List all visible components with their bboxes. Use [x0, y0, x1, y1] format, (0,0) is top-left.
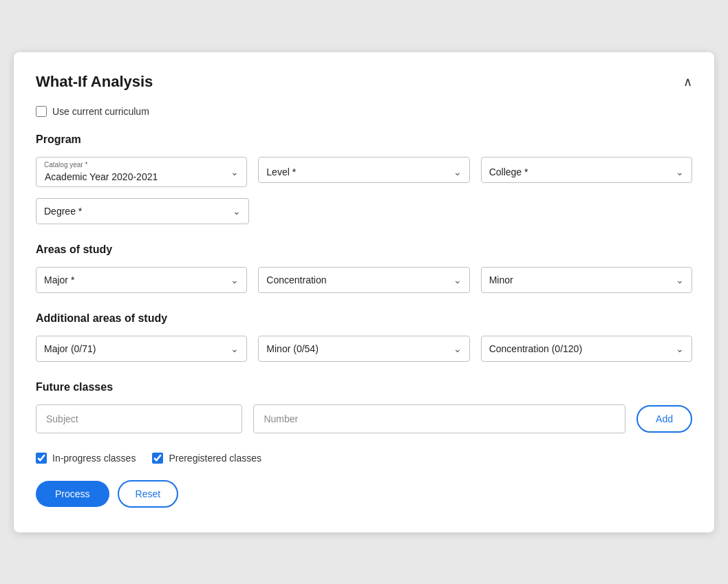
- number-input[interactable]: [253, 404, 625, 433]
- subject-input[interactable]: [36, 404, 242, 433]
- number-wrapper: [253, 404, 625, 433]
- card-header: What-If Analysis ∧: [36, 73, 692, 91]
- additional-concentration-select[interactable]: [481, 336, 692, 362]
- minor-wrapper: ⌄ Minor: [481, 267, 692, 293]
- preregistered-item: Preregistered classes: [152, 453, 261, 464]
- use-current-curriculum-row: Use current curriculum: [36, 106, 692, 117]
- additional-areas-title: Additional areas of study: [36, 312, 692, 325]
- catalog-year-wrapper: Catalog year * Academic Year 2020-2021 ⌄: [36, 157, 247, 187]
- reset-button[interactable]: Reset: [118, 480, 179, 508]
- what-if-analysis-card: What-If Analysis ∧ Use current curriculu…: [14, 52, 714, 532]
- degree-select[interactable]: [36, 198, 249, 224]
- preregistered-label[interactable]: Preregistered classes: [169, 453, 261, 464]
- program-row-1: Catalog year * Academic Year 2020-2021 ⌄…: [36, 157, 692, 187]
- level-select[interactable]: [258, 157, 469, 183]
- additional-minor-select[interactable]: [258, 336, 469, 362]
- in-progress-item: In-progress classes: [36, 453, 136, 464]
- additional-areas-section: Additional areas of study ⌄ Major (0/71)…: [36, 312, 692, 362]
- college-wrapper: ⌄ College *: [481, 157, 692, 187]
- program-row-2: ⌄ Degree *: [36, 198, 692, 224]
- use-current-curriculum-label[interactable]: Use current curriculum: [52, 106, 149, 117]
- areas-row: ⌄ Major * ⌄ Concentration ⌄ Minor: [36, 267, 692, 293]
- page-title: What-If Analysis: [36, 73, 153, 91]
- action-buttons: Process Reset: [36, 480, 692, 508]
- use-current-curriculum-checkbox[interactable]: [36, 106, 47, 117]
- subject-wrapper: [36, 404, 242, 433]
- catalog-year-select[interactable]: Academic Year 2020-2021: [36, 157, 247, 187]
- in-progress-checkbox[interactable]: [36, 453, 47, 464]
- level-wrapper: ⌄ Level *: [258, 157, 469, 187]
- additional-concentration-wrapper: ⌄ Concentration (0/120): [481, 336, 692, 362]
- additional-areas-row: ⌄ Major (0/71) ⌄ Minor (0/54) ⌄ Concentr…: [36, 336, 692, 362]
- areas-section-title: Areas of study: [36, 244, 692, 256]
- concentration-select[interactable]: [258, 267, 469, 293]
- preregistered-checkbox[interactable]: [152, 453, 163, 464]
- degree-wrapper: ⌄ Degree *: [36, 198, 249, 224]
- process-button[interactable]: Process: [36, 481, 109, 507]
- additional-major-wrapper: ⌄ Major (0/71): [36, 336, 247, 362]
- major-wrapper: ⌄ Major *: [36, 267, 247, 293]
- future-classes-section: Future classes Add: [36, 381, 692, 433]
- collapse-icon[interactable]: ∧: [683, 74, 692, 89]
- program-section: Program Catalog year * Academic Year 202…: [36, 133, 692, 224]
- concentration-wrapper: ⌄ Concentration: [258, 267, 469, 293]
- in-progress-label[interactable]: In-progress classes: [52, 453, 136, 464]
- future-classes-row: Add: [36, 404, 692, 433]
- minor-select[interactable]: [481, 267, 692, 293]
- additional-minor-wrapper: ⌄ Minor (0/54): [258, 336, 469, 362]
- class-options-row: In-progress classes Preregistered classe…: [36, 453, 692, 464]
- program-section-title: Program: [36, 133, 692, 146]
- add-button[interactable]: Add: [636, 405, 692, 433]
- college-select[interactable]: [481, 157, 692, 183]
- areas-of-study-section: Areas of study ⌄ Major * ⌄ Concentration: [36, 244, 692, 293]
- major-select[interactable]: [36, 267, 247, 293]
- additional-major-select[interactable]: [36, 336, 247, 362]
- future-classes-title: Future classes: [36, 381, 692, 393]
